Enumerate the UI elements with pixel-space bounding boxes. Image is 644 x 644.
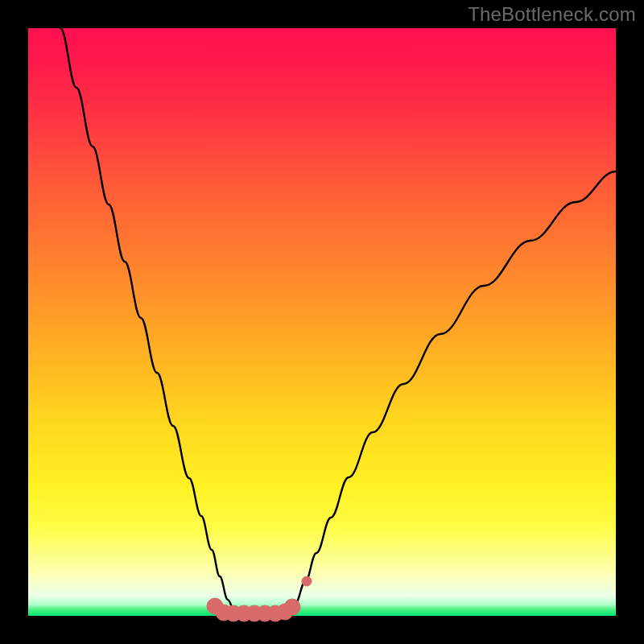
- curve-marker: [302, 576, 312, 586]
- watermark-text: TheBottleneck.com: [468, 3, 636, 26]
- chart-frame: TheBottleneck.com: [0, 0, 644, 644]
- chart-svg: [28, 28, 616, 616]
- curve-left-branch: [60, 28, 236, 616]
- curve-right-branch: [287, 171, 616, 616]
- curve-marker: [284, 599, 300, 615]
